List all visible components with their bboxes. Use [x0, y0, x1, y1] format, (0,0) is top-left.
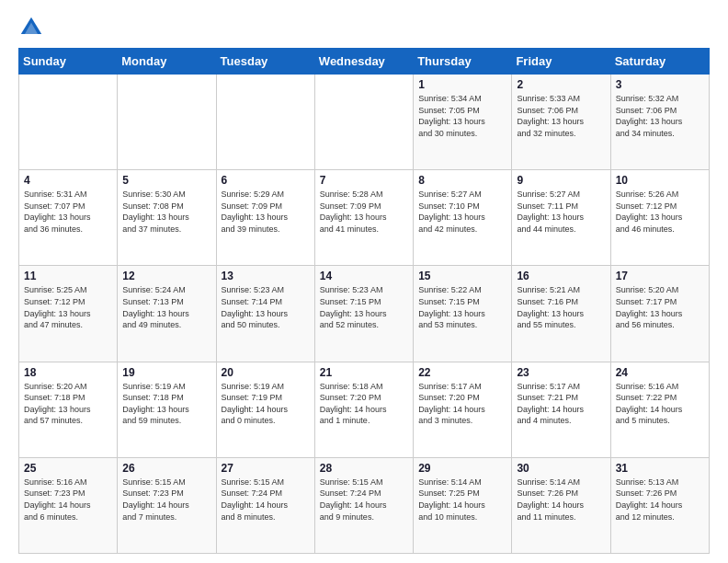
day-number: 30	[517, 462, 605, 475]
day-number: 4	[24, 174, 112, 187]
day-info: Sunrise: 5:21 AM Sunset: 7:16 PM Dayligh…	[517, 284, 605, 330]
day-header-monday: Monday	[118, 49, 216, 75]
day-info: Sunrise: 5:15 AM Sunset: 7:24 PM Dayligh…	[320, 477, 408, 523]
day-number: 7	[320, 174, 408, 187]
day-number: 10	[616, 174, 704, 187]
day-info: Sunrise: 5:15 AM Sunset: 7:23 PM Dayligh…	[122, 477, 210, 523]
calendar-cell: 27Sunrise: 5:15 AM Sunset: 7:24 PM Dayli…	[216, 457, 314, 553]
day-number: 12	[122, 270, 210, 282]
day-number: 28	[320, 462, 408, 475]
calendar-cell: 21Sunrise: 5:18 AM Sunset: 7:20 PM Dayli…	[314, 362, 413, 457]
calendar-cell: 9Sunrise: 5:27 AM Sunset: 7:11 PM Daylig…	[512, 170, 610, 266]
day-info: Sunrise: 5:31 AM Sunset: 7:07 PM Dayligh…	[24, 189, 112, 235]
day-info: Sunrise: 5:16 AM Sunset: 7:22 PM Dayligh…	[616, 381, 704, 427]
day-number: 20	[222, 366, 310, 379]
day-number: 3	[616, 78, 704, 91]
calendar-cell: 26Sunrise: 5:15 AM Sunset: 7:23 PM Dayli…	[118, 457, 216, 553]
day-info: Sunrise: 5:23 AM Sunset: 7:15 PM Dayligh…	[320, 284, 408, 330]
day-number: 17	[616, 270, 704, 282]
calendar-cell	[216, 75, 314, 170]
day-number: 13	[222, 270, 310, 282]
day-info: Sunrise: 5:32 AM Sunset: 7:06 PM Dayligh…	[616, 93, 704, 139]
day-number: 6	[222, 174, 310, 187]
calendar-cell: 5Sunrise: 5:30 AM Sunset: 7:08 PM Daylig…	[118, 170, 216, 266]
logo	[18, 15, 48, 40]
calendar-week-5: 25Sunrise: 5:16 AM Sunset: 7:23 PM Dayli…	[19, 457, 710, 553]
day-number: 29	[418, 462, 506, 475]
day-number: 27	[222, 462, 310, 475]
header	[18, 15, 710, 40]
calendar-cell: 29Sunrise: 5:14 AM Sunset: 7:25 PM Dayli…	[414, 457, 512, 553]
calendar-cell	[314, 75, 413, 170]
day-number: 8	[418, 174, 506, 187]
calendar-table: SundayMondayTuesdayWednesdayThursdayFrid…	[18, 48, 710, 554]
calendar-cell: 1Sunrise: 5:34 AM Sunset: 7:05 PM Daylig…	[414, 75, 512, 170]
calendar-cell: 6Sunrise: 5:29 AM Sunset: 7:09 PM Daylig…	[216, 170, 314, 266]
calendar-cell: 28Sunrise: 5:15 AM Sunset: 7:24 PM Dayli…	[314, 457, 413, 553]
day-info: Sunrise: 5:24 AM Sunset: 7:13 PM Dayligh…	[122, 284, 210, 330]
day-info: Sunrise: 5:27 AM Sunset: 7:11 PM Dayligh…	[517, 189, 605, 235]
day-info: Sunrise: 5:30 AM Sunset: 7:08 PM Dayligh…	[122, 189, 210, 235]
calendar-cell: 8Sunrise: 5:27 AM Sunset: 7:10 PM Daylig…	[414, 170, 512, 266]
calendar-cell	[19, 75, 118, 170]
day-number: 5	[122, 174, 210, 187]
calendar-cell: 22Sunrise: 5:17 AM Sunset: 7:20 PM Dayli…	[414, 362, 512, 457]
calendar-cell: 4Sunrise: 5:31 AM Sunset: 7:07 PM Daylig…	[19, 170, 118, 266]
day-number: 25	[24, 462, 112, 475]
day-number: 1	[418, 78, 506, 91]
day-header-wednesday: Wednesday	[314, 49, 413, 75]
day-info: Sunrise: 5:22 AM Sunset: 7:15 PM Dayligh…	[418, 284, 506, 330]
day-number: 31	[616, 462, 704, 475]
day-info: Sunrise: 5:13 AM Sunset: 7:26 PM Dayligh…	[616, 477, 704, 523]
calendar-cell: 3Sunrise: 5:32 AM Sunset: 7:06 PM Daylig…	[610, 75, 709, 170]
calendar-cell: 12Sunrise: 5:24 AM Sunset: 7:13 PM Dayli…	[118, 266, 216, 362]
day-info: Sunrise: 5:17 AM Sunset: 7:21 PM Dayligh…	[517, 381, 605, 427]
day-info: Sunrise: 5:18 AM Sunset: 7:20 PM Dayligh…	[320, 381, 408, 427]
day-number: 9	[517, 174, 605, 187]
calendar-week-3: 11Sunrise: 5:25 AM Sunset: 7:12 PM Dayli…	[19, 266, 710, 362]
day-number: 18	[24, 366, 112, 379]
day-number: 22	[418, 366, 506, 379]
day-header-sunday: Sunday	[19, 49, 118, 75]
calendar-cell: 31Sunrise: 5:13 AM Sunset: 7:26 PM Dayli…	[610, 457, 709, 553]
day-info: Sunrise: 5:15 AM Sunset: 7:24 PM Dayligh…	[222, 477, 310, 523]
day-header-friday: Friday	[512, 49, 610, 75]
calendar-cell: 20Sunrise: 5:19 AM Sunset: 7:19 PM Dayli…	[216, 362, 314, 457]
calendar-header: SundayMondayTuesdayWednesdayThursdayFrid…	[19, 49, 710, 75]
day-number: 24	[616, 366, 704, 379]
calendar-cell: 14Sunrise: 5:23 AM Sunset: 7:15 PM Dayli…	[314, 266, 413, 362]
day-header-thursday: Thursday	[414, 49, 512, 75]
day-number: 2	[517, 78, 605, 91]
day-number: 15	[418, 270, 506, 282]
day-info: Sunrise: 5:25 AM Sunset: 7:12 PM Dayligh…	[24, 284, 112, 330]
day-number: 16	[517, 270, 605, 282]
calendar-cell: 15Sunrise: 5:22 AM Sunset: 7:15 PM Dayli…	[414, 266, 512, 362]
day-info: Sunrise: 5:28 AM Sunset: 7:09 PM Dayligh…	[320, 189, 408, 235]
calendar-cell: 24Sunrise: 5:16 AM Sunset: 7:22 PM Dayli…	[610, 362, 709, 457]
calendar-week-2: 4Sunrise: 5:31 AM Sunset: 7:07 PM Daylig…	[19, 170, 710, 266]
day-info: Sunrise: 5:19 AM Sunset: 7:18 PM Dayligh…	[122, 381, 210, 427]
day-info: Sunrise: 5:20 AM Sunset: 7:17 PM Dayligh…	[616, 284, 704, 330]
day-info: Sunrise: 5:16 AM Sunset: 7:23 PM Dayligh…	[24, 477, 112, 523]
day-info: Sunrise: 5:19 AM Sunset: 7:19 PM Dayligh…	[222, 381, 310, 427]
calendar-cell: 10Sunrise: 5:26 AM Sunset: 7:12 PM Dayli…	[610, 170, 709, 266]
day-info: Sunrise: 5:23 AM Sunset: 7:14 PM Dayligh…	[222, 284, 310, 330]
calendar-cell: 25Sunrise: 5:16 AM Sunset: 7:23 PM Dayli…	[19, 457, 118, 553]
calendar-cell: 18Sunrise: 5:20 AM Sunset: 7:18 PM Dayli…	[19, 362, 118, 457]
day-info: Sunrise: 5:17 AM Sunset: 7:20 PM Dayligh…	[418, 381, 506, 427]
day-info: Sunrise: 5:20 AM Sunset: 7:18 PM Dayligh…	[24, 381, 112, 427]
calendar-cell: 2Sunrise: 5:33 AM Sunset: 7:06 PM Daylig…	[512, 75, 610, 170]
calendar-cell: 13Sunrise: 5:23 AM Sunset: 7:14 PM Dayli…	[216, 266, 314, 362]
calendar-cell: 7Sunrise: 5:28 AM Sunset: 7:09 PM Daylig…	[314, 170, 413, 266]
page: SundayMondayTuesdayWednesdayThursdayFrid…	[0, 0, 728, 563]
day-header-tuesday: Tuesday	[216, 49, 314, 75]
day-info: Sunrise: 5:14 AM Sunset: 7:26 PM Dayligh…	[517, 477, 605, 523]
calendar-body: 1Sunrise: 5:34 AM Sunset: 7:05 PM Daylig…	[19, 75, 710, 554]
day-info: Sunrise: 5:26 AM Sunset: 7:12 PM Dayligh…	[616, 189, 704, 235]
days-header-row: SundayMondayTuesdayWednesdayThursdayFrid…	[19, 49, 710, 75]
day-info: Sunrise: 5:29 AM Sunset: 7:09 PM Dayligh…	[222, 189, 310, 235]
calendar-cell: 23Sunrise: 5:17 AM Sunset: 7:21 PM Dayli…	[512, 362, 610, 457]
day-number: 21	[320, 366, 408, 379]
day-info: Sunrise: 5:33 AM Sunset: 7:06 PM Dayligh…	[517, 93, 605, 139]
calendar-cell: 19Sunrise: 5:19 AM Sunset: 7:18 PM Dayli…	[118, 362, 216, 457]
